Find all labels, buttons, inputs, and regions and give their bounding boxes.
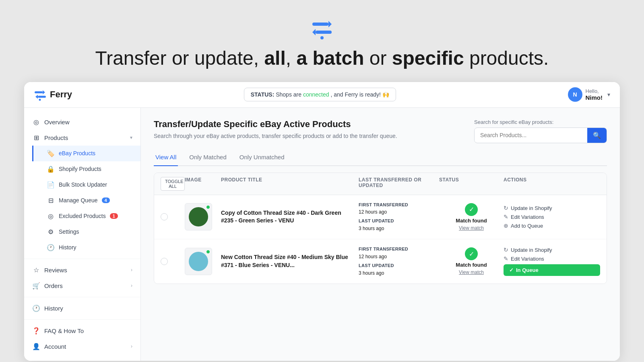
page-desc: Search through your eBay active products… — [154, 133, 397, 139]
col-transfer: LAST TRANSFERRED OR UPDATED — [359, 177, 439, 191]
excluded-icon: ◎ — [47, 212, 55, 220]
excluded-badge: 1 — [110, 213, 118, 219]
row2-last-label: LAST UPDATED — [359, 262, 439, 269]
sidebar-item-history-sub[interactable]: 🕐 History — [32, 240, 140, 255]
table-row: New Cotton Thread Size #40 - Medium Sky … — [154, 239, 607, 284]
page-title: Transfer/Update Specific eBay Active Pro… — [154, 119, 397, 130]
row1-match-found: ✓ Match found View match — [439, 203, 504, 231]
sidebar-label-products: Products — [44, 134, 68, 141]
row2-match-text: Match found — [456, 262, 487, 268]
status-badge: STATUS: Shops are connected , and Ferry … — [244, 88, 396, 101]
row1-status: ✓ Match found View match — [439, 203, 504, 231]
row1-update-label: Update in Shopify — [511, 205, 552, 211]
app-logo: Ferry — [34, 88, 72, 101]
ebay-lock-icon: 🏷️ — [47, 150, 55, 157]
search-input[interactable] — [475, 128, 587, 142]
hero-section: Transfer or update, all, a batch or spec… — [0, 0, 644, 82]
col-title: PRODUCT TITLE — [221, 177, 359, 191]
tab-only-unmatched[interactable]: Only Unmatched — [238, 150, 286, 166]
chevron-icon: ▾ — [130, 135, 132, 140]
row2-active-dot — [206, 250, 210, 254]
sidebar-label-history-sub: History — [59, 244, 76, 251]
sidebar: ◎ Overview ⊞ Products ▾ 🏷️ eBay Products… — [24, 108, 141, 361]
history-sub-icon: 🕐 — [47, 244, 55, 251]
queue-badge: 4 — [102, 197, 110, 203]
sidebar-item-reviews[interactable]: ☆ Reviews › — [24, 262, 140, 278]
row2-view-match[interactable]: View match — [459, 269, 484, 275]
sidebar-item-ebay-products[interactable]: 🏷️ eBay Products — [32, 146, 140, 161]
in-queue-check-icon: ✓ — [509, 267, 514, 273]
row2-status: ✓ Match found View match — [439, 247, 504, 275]
row1-checkbox[interactable] — [161, 213, 168, 220]
tab-view-all[interactable]: View All — [154, 150, 178, 166]
sidebar-item-faq[interactable]: ❓ FAQ & How To — [24, 323, 140, 339]
row2-edit-variations[interactable]: ✎ Edit Variations — [504, 255, 600, 262]
sidebar-item-account[interactable]: 👤 Account › — [24, 339, 140, 354]
row1-update-shopify[interactable]: ↻ Update in Shopify — [504, 205, 600, 211]
update-icon-2: ↻ — [504, 247, 508, 253]
status-text: Shops are — [276, 91, 303, 98]
sidebar-item-products[interactable]: ⊞ Products ▾ — [24, 130, 140, 146]
sidebar-label-bulk-stock: Bulk Stock Updater — [59, 181, 107, 188]
row1-view-match[interactable]: View match — [459, 225, 484, 231]
header-user[interactable]: N Hello, Nimo! ▾ — [568, 87, 611, 102]
svg-marker-3 — [312, 29, 316, 35]
row2-title: New Cotton Thread Size #40 - Medium Sky … — [221, 253, 359, 269]
update-icon: ↻ — [504, 205, 508, 211]
app-body: ◎ Overview ⊞ Products ▾ 🏷️ eBay Products… — [24, 108, 620, 361]
status-label: STATUS: — [251, 91, 275, 98]
status-suffix: , and Ferry is ready! 🙌 — [330, 91, 389, 98]
row2-match-found: ✓ Match found View match — [439, 247, 504, 275]
row2-first-label: FIRST TRANSFERRED — [359, 246, 439, 253]
row1-title: Copy of Cotton Thread Size #40 - Dark Gr… — [221, 209, 359, 225]
tabs: View All Only Matched Only Unmatched — [154, 150, 607, 166]
sidebar-divider-2 — [24, 297, 140, 297]
sidebar-item-shopify-products[interactable]: 🔒 Shopify Products — [32, 161, 140, 177]
svg-rect-7 — [38, 96, 46, 98]
search-button[interactable]: 🔍 — [587, 128, 607, 143]
col-image: IMAGE — [185, 177, 221, 191]
sidebar-item-excluded-products[interactable]: ◎ Excluded Products 1 — [32, 208, 140, 224]
sidebar-label-history: History — [44, 305, 63, 312]
sidebar-label-settings: Settings — [59, 228, 79, 235]
sidebar-label-account: Account — [44, 343, 66, 350]
svg-point-9 — [39, 99, 41, 101]
row2-update-label: Update in Shopify — [511, 247, 552, 253]
row2-image-circle — [189, 252, 208, 271]
sidebar-sub-products: 🏷️ eBay Products 🔒 Shopify Products 📄 Bu… — [24, 146, 140, 255]
row1-last-time: 3 hours ago — [359, 225, 439, 232]
sidebar-item-overview[interactable]: ◎ Overview — [24, 114, 140, 130]
shopify-lock-icon: 🔒 — [47, 165, 55, 173]
add-icon: ⊕ — [504, 222, 508, 229]
row2-checkbox[interactable] — [161, 258, 168, 265]
sidebar-item-orders[interactable]: 🛒 Orders › — [24, 278, 140, 294]
row1-add-to-queue[interactable]: ⊕ Add to Queue — [504, 222, 600, 229]
search-box: 🔍 — [474, 128, 607, 143]
row1-edit-label: Edit Variations — [511, 214, 544, 220]
table-header: TOGGLE ALL IMAGE PRODUCT TITLE LAST TRAN… — [154, 173, 607, 195]
svg-marker-8 — [35, 95, 38, 99]
sidebar-item-settings[interactable]: ⚙ Settings — [32, 224, 140, 240]
overview-icon: ◎ — [32, 118, 40, 126]
toggle-all-button[interactable]: TOGGLE ALL — [161, 177, 185, 191]
queue-icon: ⊟ — [47, 197, 55, 204]
row2-in-queue-button[interactable]: ✓ In Queue — [504, 264, 600, 276]
row1-edit-variations[interactable]: ✎ Edit Variations — [504, 214, 600, 220]
sidebar-item-manage-queue[interactable]: ⊟ Manage Queue 4 — [32, 193, 140, 208]
sidebar-item-bulk-stock[interactable]: 📄 Bulk Stock Updater — [32, 177, 140, 193]
row2-update-shopify[interactable]: ↻ Update in Shopify — [504, 247, 600, 253]
row2-edit-label: Edit Variations — [511, 256, 544, 262]
reviews-icon: ☆ — [32, 266, 40, 274]
tab-only-matched[interactable]: Only Matched — [188, 150, 228, 166]
header-status: STATUS: Shops are connected , and Ferry … — [72, 88, 568, 101]
svg-point-4 — [320, 36, 324, 39]
sidebar-label-excluded: Excluded Products — [59, 213, 106, 219]
main-content: Transfer/Update Specific eBay Active Pro… — [141, 108, 620, 361]
chevron-down-icon: ▾ — [607, 91, 610, 98]
svg-marker-1 — [328, 21, 332, 27]
sidebar-item-history[interactable]: 🕐 History — [24, 300, 140, 316]
top-area: Transfer/Update Specific eBay Active Pro… — [154, 119, 607, 147]
user-avatar: N — [568, 87, 582, 102]
sidebar-label-manage-queue: Manage Queue — [59, 197, 98, 204]
app-logo-icon — [310, 16, 334, 40]
